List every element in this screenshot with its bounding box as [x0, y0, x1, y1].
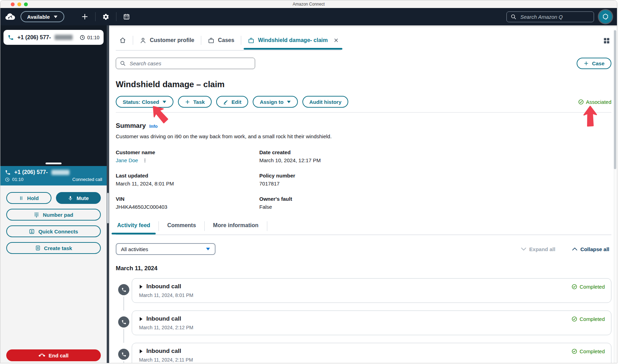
field-value: March 10, 2024, 12:17 PM [259, 157, 321, 163]
main-scrollbar-thumb[interactable] [614, 30, 616, 169]
activity-filter-dropdown[interactable]: All activities [116, 243, 216, 255]
new-item-button[interactable] [81, 13, 89, 20]
field-vin: VIN JH4KA4650JC000403 [116, 196, 259, 210]
app-grid-button[interactable] [603, 37, 610, 44]
top-navbar: Available [0, 8, 617, 25]
quick-connects-button[interactable]: Quick Connects [6, 225, 101, 237]
zoom-window-button[interactable] [24, 2, 28, 6]
minimize-window-button[interactable] [17, 2, 21, 6]
tab-label: Customer profile [150, 37, 194, 43]
expand-caret-icon[interactable] [139, 317, 143, 321]
tab-cases[interactable]: Cases [208, 37, 234, 44]
check-circle-icon [571, 284, 577, 290]
connected-caller-number: +1 (206) 577- [14, 169, 48, 175]
amazon-q-search[interactable] [506, 11, 594, 22]
close-window-button[interactable] [11, 2, 15, 6]
tab-more-information[interactable]: More information [212, 222, 260, 234]
status-dropdown-button[interactable]: Status: Closed [116, 96, 173, 108]
caret-down-icon [54, 15, 58, 18]
activity-filter-value: All activities [121, 246, 148, 252]
connected-call-timer: 01:10 [12, 177, 24, 182]
tab-customer-profile[interactable]: Customer profile [140, 37, 194, 44]
activity-card[interactable]: Inbound call March 11, 2024, 2:11 PM Com… [132, 343, 611, 363]
field-label: Policy number [259, 173, 611, 179]
search-cases-input[interactable] [129, 60, 251, 67]
tab-home[interactable] [119, 37, 126, 44]
customer-name-link[interactable]: Jane Doe [116, 157, 138, 163]
calendar-button[interactable] [123, 13, 130, 20]
timeline-connector [123, 297, 124, 311]
hang-up-icon [39, 353, 45, 357]
summary-text: Customer was driving on i90 on the way b… [116, 133, 611, 139]
panel-resize-divider[interactable] [107, 25, 109, 363]
completed-badge: Completed [571, 283, 605, 290]
assign-to-dropdown-button[interactable]: Assign to [253, 96, 298, 108]
panel-drag-handle[interactable] [46, 163, 62, 164]
dialpad-icon [34, 212, 39, 217]
amazon-q-badge-button[interactable] [599, 10, 612, 23]
quick-connects-label: Quick Connects [38, 229, 78, 234]
edit-button[interactable]: Edit [216, 96, 248, 108]
agent-status-dropdown[interactable]: Available [21, 11, 64, 22]
activity-card[interactable]: Inbound call March 11, 2024, 2:12 PM Com… [132, 311, 611, 335]
phone-icon [118, 316, 129, 328]
expand-all-button[interactable]: Expand all [519, 246, 558, 253]
completed-label: Completed [579, 348, 605, 354]
check-circle-icon [571, 348, 577, 354]
tab-comments[interactable]: Comments [166, 222, 197, 234]
call-timer: 01:10 [80, 35, 99, 40]
collapse-all-button[interactable]: Collapse all [570, 246, 611, 253]
sidebar-scrollbar-thumb[interactable] [107, 193, 109, 223]
tab-activity-feed[interactable]: Activity feed [116, 222, 152, 234]
close-tab-icon[interactable] [333, 38, 339, 43]
home-icon [119, 37, 126, 44]
plus-icon [584, 61, 589, 66]
end-call-label: End call [49, 353, 69, 358]
window-controls [11, 2, 28, 6]
settings-gear-button[interactable] [102, 13, 109, 20]
workspace-tabstrip: Customer profile Cases [116, 34, 341, 51]
tab-separator [267, 221, 267, 231]
activity-title: Inbound call [146, 283, 181, 290]
activity-timestamp: March 11, 2024, 2:11 PM [139, 357, 193, 363]
audit-history-button[interactable]: Audit history [302, 96, 349, 108]
completed-label: Completed [579, 284, 605, 290]
caller-number: +1 (206) 577- [17, 34, 51, 41]
ccp-dark-region: +1 (206) 577- 01:10 [0, 25, 107, 166]
search-icon [120, 60, 126, 66]
field-value: JH4KA4650JC000403 [116, 204, 167, 210]
number-pad-button[interactable]: Number pad [6, 209, 101, 221]
activity-card[interactable]: Inbound call March 11, 2024, 8:01 PM Com… [132, 278, 611, 303]
new-case-button[interactable]: Case [577, 58, 611, 69]
create-task-label: Create task [44, 245, 72, 251]
caret-down-icon [162, 100, 166, 104]
tab-windshield-damage-claim[interactable]: Windshield damage- claim [248, 37, 339, 44]
activity-title: Inbound call [146, 315, 181, 322]
expand-all-label: Expand all [529, 246, 555, 252]
amazon-q-search-input[interactable] [520, 14, 590, 20]
mute-button[interactable]: Mute [56, 192, 101, 204]
kebab-menu-icon[interactable] [143, 158, 147, 163]
create-task-button[interactable]: Create task [6, 242, 101, 254]
check-circle-icon [571, 316, 577, 322]
search-cases-box[interactable] [116, 58, 255, 69]
collapse-all-label: Collapse all [580, 246, 609, 252]
briefcase-icon [248, 37, 254, 44]
add-task-button[interactable]: Task [178, 96, 212, 108]
pencil-icon [223, 99, 228, 105]
end-call-button[interactable]: End call [6, 349, 101, 361]
hold-button[interactable]: Hold [6, 192, 51, 204]
info-link[interactable]: Info [149, 124, 158, 129]
field-customer-name: Customer name Jane Doe [116, 149, 259, 163]
field-label: Customer name [116, 149, 259, 155]
incoming-call-card[interactable]: +1 (206) 577- 01:10 [3, 30, 104, 45]
field-value: 7017817 [259, 181, 279, 187]
activity-timestamp: March 11, 2024, 2:12 PM [139, 325, 193, 330]
expand-caret-icon[interactable] [139, 284, 143, 289]
caret-down-icon [287, 100, 291, 104]
phone-icon [118, 284, 129, 295]
redacted-number [51, 170, 70, 175]
expand-caret-icon[interactable] [139, 349, 143, 354]
connected-call-status: Connected call [72, 177, 102, 182]
macos-titlebar: Amazon Connect [0, 0, 617, 8]
